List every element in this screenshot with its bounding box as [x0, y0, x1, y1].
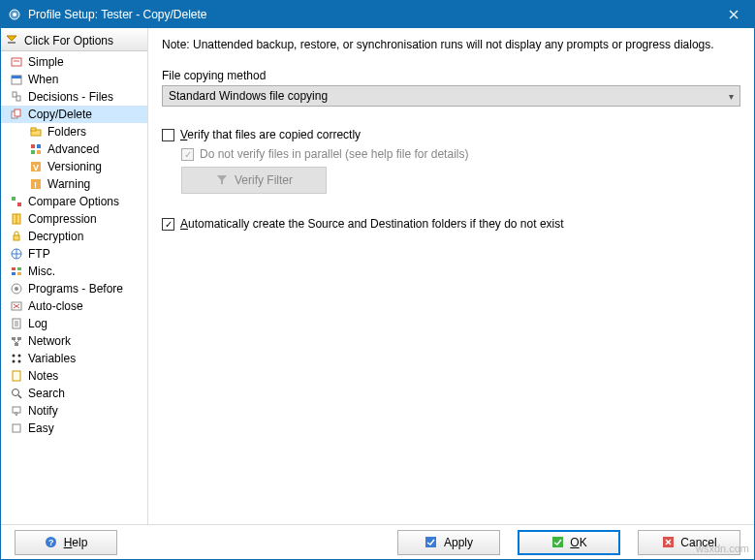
svg-text:!: ! — [34, 180, 37, 190]
svg-point-48 — [13, 355, 16, 358]
decisions-icon — [9, 89, 24, 105]
sidebar-item-notify[interactable]: Notify — [1, 402, 147, 420]
sidebar-item-simple[interactable]: Simple — [1, 53, 147, 71]
sidebar-item-search[interactable]: Search — [1, 385, 147, 402]
notes-icon — [9, 368, 24, 384]
ok-button[interactable]: OK — [518, 530, 620, 555]
sidebar-item-ftp[interactable]: FTP — [1, 245, 147, 263]
sidebar-item-label: Notes — [28, 369, 58, 383]
copy-method-label: File copying method — [162, 69, 740, 82]
sidebar-item-label: Misc. — [28, 264, 55, 278]
window-close-button[interactable] — [713, 1, 754, 28]
svg-rect-24 — [12, 197, 16, 201]
sidebar-item-log[interactable]: Log — [1, 315, 147, 332]
sidebar-item-auto-close[interactable]: Auto-close — [1, 297, 147, 315]
svg-rect-10 — [13, 92, 16, 97]
svg-rect-25 — [17, 202, 21, 206]
sidebar-item-label: Versioning — [47, 160, 102, 173]
sidebar-item-label: Notify — [28, 404, 58, 418]
chevron-down-icon: ▾ — [729, 91, 734, 102]
sidebar-item-label: Search — [28, 387, 65, 400]
sidebar-item-decryption[interactable]: Decryption — [1, 228, 147, 245]
verify-checkbox[interactable] — [162, 129, 174, 141]
sidebar-item-variables[interactable]: Variables — [1, 350, 147, 367]
compression-icon — [9, 211, 24, 227]
svg-rect-15 — [31, 128, 36, 131]
autocreate-checkbox-row[interactable]: ✓ AAutomatically create the Source and D… — [162, 217, 740, 231]
sidebar-item-easy[interactable]: Easy — [1, 420, 147, 437]
copy-method-value: Standard Windows file copying — [169, 89, 328, 103]
svg-rect-28 — [14, 235, 19, 240]
sidebar-item-network[interactable]: Network — [1, 332, 147, 350]
sidebar-item-label: Compression — [28, 212, 97, 226]
help-button[interactable]: ? Help — [15, 530, 117, 555]
programs-icon — [9, 281, 24, 296]
verify-checkbox-row[interactable]: VVerify that files are copied correctlye… — [162, 128, 740, 141]
cancel-icon — [661, 536, 675, 549]
close-icon — [729, 10, 739, 19]
sidebar-item-copy-delete[interactable]: Copy/Delete — [1, 106, 147, 123]
sidebar-item-advanced[interactable]: Advanced — [1, 140, 147, 158]
svg-rect-31 — [17, 267, 21, 270]
sidebar-item-notes[interactable]: Notes — [1, 367, 147, 385]
sidebar-item-folders[interactable]: Folders — [1, 123, 147, 140]
decryption-icon — [9, 229, 24, 244]
svg-rect-57 — [13, 424, 20, 432]
svg-point-35 — [15, 287, 18, 291]
folders-icon — [28, 124, 44, 140]
notify-icon — [9, 403, 24, 419]
apply-button[interactable]: Apply — [397, 530, 500, 555]
sidebar-item-label: Decisions - Files — [28, 90, 113, 104]
options-header-label: Click For Options — [24, 34, 113, 47]
footer: ? Help Apply OK Cancel — [1, 524, 754, 559]
advanced-icon — [28, 141, 44, 157]
svg-marker-58 — [217, 175, 227, 184]
svg-text:?: ? — [48, 538, 54, 547]
sidebar-item-warning[interactable]: !Warning — [1, 175, 147, 193]
svg-rect-5 — [8, 42, 16, 44]
ftp-icon — [9, 246, 24, 262]
svg-rect-19 — [37, 150, 41, 154]
sidebar-tree: Simple When Decisions - Files Copy/Delet… — [1, 51, 147, 439]
svg-rect-18 — [31, 150, 35, 154]
sidebar-item-decisions-files[interactable]: Decisions - Files — [1, 88, 147, 106]
copy-delete-icon — [9, 107, 24, 122]
ok-icon — [551, 536, 564, 549]
svg-marker-56 — [15, 413, 17, 416]
window-body: Click For Options Simple When Decisions … — [1, 28, 754, 524]
sidebar-item-compression[interactable]: Compression — [1, 210, 147, 228]
sidebar-item-misc[interactable]: Misc. — [1, 263, 147, 280]
autocreate-checkbox[interactable]: ✓ — [162, 218, 174, 231]
verify-label: VVerify that files are copied correctlye… — [180, 128, 361, 141]
svg-rect-13 — [15, 109, 20, 116]
svg-rect-61 — [425, 537, 436, 547]
svg-rect-11 — [16, 96, 20, 101]
auto-close-icon — [9, 298, 24, 314]
sidebar-item-versioning[interactable]: VVersioning — [1, 158, 147, 175]
sidebar-item-compare-options[interactable]: Compare Options — [1, 193, 147, 210]
sidebar-item-label: FTP — [28, 247, 50, 261]
verify-subsection: ✓ Do not verify files in parallel (see h… — [162, 147, 740, 194]
sidebar-item-label: When — [28, 73, 58, 86]
apply-icon — [425, 536, 438, 549]
copy-method-dropdown[interactable]: Standard Windows file copying ▾ — [162, 85, 740, 107]
main-panel: Note: Unattended backup, restore, or syn… — [148, 28, 754, 524]
versioning-icon: V — [28, 159, 44, 174]
svg-marker-4 — [7, 36, 16, 41]
apply-label: Apply — [444, 536, 473, 549]
verify-filter-label: Verify Filter — [235, 173, 293, 187]
svg-rect-55 — [13, 407, 20, 413]
network-icon — [9, 333, 24, 349]
autocreate-label: AAutomatically create the Source and Des… — [180, 217, 564, 231]
sidebar-item-programs-before[interactable]: Programs - Before — [1, 280, 147, 297]
filter-icon — [215, 172, 229, 189]
sidebar-item-when[interactable]: When — [1, 71, 147, 88]
svg-rect-32 — [12, 272, 16, 275]
note-text: Note: Unattended backup, restore, or syn… — [162, 38, 740, 51]
svg-point-50 — [13, 360, 16, 363]
click-for-options-button[interactable]: Click For Options — [1, 30, 147, 51]
verify-filter-button: Verify Filter — [181, 167, 327, 194]
compare-icon — [9, 194, 24, 209]
titlebar: Profile Setup: Tester - Copy/Delete — [1, 1, 754, 28]
options-arrow-icon — [5, 33, 20, 48]
